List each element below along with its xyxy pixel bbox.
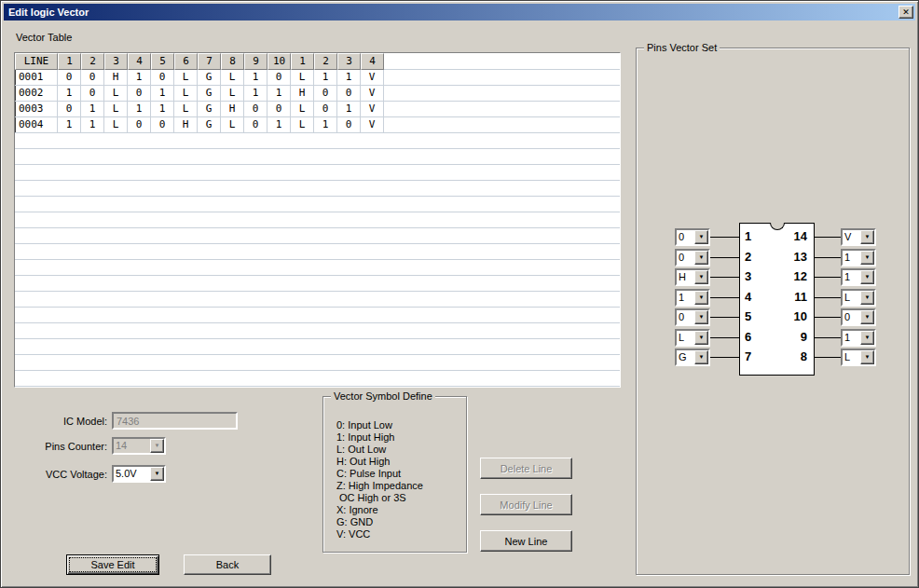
pin-lead-line — [815, 337, 841, 338]
pin-6-combo-value: L — [677, 331, 694, 345]
vector-cell: L — [221, 86, 244, 102]
vector-table[interactable]: LINE123456789101234 000100H10LGL10L11V00… — [14, 52, 621, 388]
symbol-definition: L: Out Low — [336, 444, 466, 456]
pin-10-combo-value: 0 — [843, 310, 860, 324]
vector-cell: V — [361, 102, 384, 117]
pin-number-13: 13 — [768, 249, 807, 266]
dropdown-arrow-icon[interactable]: ▼ — [694, 310, 708, 324]
vector-cell: 0 — [314, 102, 337, 117]
pin-5-combo[interactable]: 0▼ — [675, 308, 710, 326]
dropdown-arrow-icon[interactable]: ▼ — [860, 350, 874, 364]
dropdown-arrow-icon[interactable]: ▼ — [694, 251, 708, 265]
vector-row-0001[interactable]: 000100H10LGL10L11V — [15, 70, 620, 86]
dropdown-arrow-icon[interactable]: ▼ — [694, 291, 708, 305]
dropdown-arrow-icon[interactable]: ▼ — [860, 331, 874, 345]
pin-13-combo-value: 1 — [843, 251, 860, 265]
save-edit-button[interactable]: Save Edit — [66, 554, 159, 575]
pin-lead-line — [710, 237, 739, 238]
pin-14-combo[interactable]: V▼ — [841, 228, 876, 246]
vector-row-0002[interactable]: 000210L01LGL11H00V — [15, 86, 620, 102]
symbol-definitions-list: 0: Input Low1: Input HighL: Out LowH: Ou… — [323, 419, 466, 540]
dropdown-arrow-icon[interactable]: ▼ — [694, 350, 708, 364]
pin-number-10: 10 — [768, 308, 807, 325]
column-header-pin: 3 — [104, 53, 128, 70]
modify-line-button: Modify Line — [480, 494, 572, 515]
line-number: 0004 — [15, 117, 58, 133]
vector-cell: L — [291, 70, 314, 86]
pin-number-12: 12 — [768, 268, 807, 285]
pin-lead-line — [815, 297, 841, 298]
dropdown-arrow-icon[interactable]: ▼ — [860, 230, 874, 244]
dropdown-arrow-icon[interactable]: ▼ — [694, 331, 708, 345]
pin-lead-line — [710, 337, 739, 338]
dropdown-arrow-icon[interactable]: ▼ — [860, 270, 874, 284]
pin-lead-line — [815, 357, 841, 358]
symbol-definition: V: VCC — [336, 528, 466, 540]
pin-number-11: 11 — [768, 289, 807, 306]
pin-1-combo-value: 0 — [677, 230, 694, 244]
column-header-pin: 4 — [128, 53, 151, 70]
vector-cell: 1 — [244, 70, 267, 86]
pin-12-combo[interactable]: 1▼ — [841, 268, 876, 286]
vector-cell: 0 — [244, 102, 267, 117]
pins-counter-label: Pins Counter: — [29, 441, 107, 453]
vector-cell: 0 — [337, 117, 361, 133]
pin-7-combo-value: G — [677, 350, 694, 364]
vector-cell: 1 — [81, 102, 104, 117]
pin-8-combo[interactable]: L▼ — [841, 349, 876, 366]
pin-number-9: 9 — [768, 329, 807, 346]
vector-cell: L — [174, 86, 198, 102]
column-header-pin: 1 — [58, 53, 81, 70]
dropdown-arrow-icon[interactable]: ▼ — [150, 467, 164, 481]
new-line-button[interactable]: New Line — [480, 530, 572, 552]
vector-cell: G — [198, 102, 221, 117]
delete-line-button: Delete Line — [480, 458, 572, 479]
pin-1-combo[interactable]: 0▼ — [675, 228, 710, 246]
pin-11-combo[interactable]: L▼ — [841, 289, 876, 307]
column-header-line: LINE — [15, 53, 58, 70]
row-filler — [384, 70, 620, 86]
vcc-voltage-combo[interactable]: 5.0V ▼ — [112, 465, 166, 483]
vector-cell: L — [104, 86, 128, 102]
line-number: 0003 — [15, 102, 58, 117]
symbol-definition: Z: High Impedance — [336, 480, 466, 492]
pin-8-combo-value: L — [843, 350, 860, 364]
dropdown-arrow-icon: ▼ — [150, 439, 164, 453]
close-button[interactable]: ✕ — [898, 6, 913, 19]
vector-table-empty-rows — [15, 133, 620, 387]
vector-cell: 1 — [267, 86, 291, 102]
close-icon: ✕ — [902, 7, 910, 17]
dropdown-arrow-icon[interactable]: ▼ — [694, 230, 708, 244]
pin-4-combo[interactable]: 1▼ — [675, 289, 710, 307]
dropdown-arrow-icon[interactable]: ▼ — [694, 270, 708, 284]
vector-row-0004[interactable]: 000411L00HGL01L10V — [15, 117, 620, 133]
pin-6-combo[interactable]: L▼ — [675, 329, 710, 347]
dropdown-arrow-icon[interactable]: ▼ — [860, 251, 874, 265]
vector-table-body: 000100H10LGL10L11V000210L01LGL11H00V0003… — [15, 70, 620, 133]
pin-4-combo-value: 1 — [677, 291, 694, 305]
symbol-definition: 1: Input High — [336, 431, 466, 444]
pin-lead-line — [815, 237, 841, 238]
dropdown-arrow-icon[interactable]: ▼ — [860, 310, 874, 324]
pin-9-combo[interactable]: 1▼ — [841, 329, 876, 347]
pins-vector-set-group: Pins Vector Set 0▼10▼2H▼31▼40▼5L▼6G▼7V▼1… — [636, 48, 910, 575]
pin-2-combo[interactable]: 0▼ — [675, 249, 710, 267]
dropdown-arrow-icon[interactable]: ▼ — [860, 291, 874, 305]
pin-3-combo[interactable]: H▼ — [675, 268, 710, 286]
pin-10-combo[interactable]: 0▼ — [841, 308, 876, 326]
back-button[interactable]: Back — [184, 554, 271, 575]
vector-cell: G — [198, 117, 221, 133]
column-header-pin: 9 — [244, 53, 267, 70]
vector-cell: L — [221, 70, 244, 86]
vector-row-0003[interactable]: 000301L11LGH00L01V — [15, 102, 620, 117]
vector-cell: 0 — [128, 86, 151, 102]
row-filler — [384, 117, 620, 133]
pin-13-combo[interactable]: 1▼ — [841, 249, 876, 267]
vector-cell: 0 — [58, 70, 81, 86]
pin-number-8: 8 — [768, 349, 807, 365]
pin-7-combo[interactable]: G▼ — [675, 349, 710, 366]
title-bar[interactable]: Edit logic Vector ✕ — [4, 4, 915, 21]
column-header-pin: 1 — [291, 53, 314, 70]
vector-cell: 1 — [151, 86, 174, 102]
vector-cell: 1 — [314, 117, 337, 133]
